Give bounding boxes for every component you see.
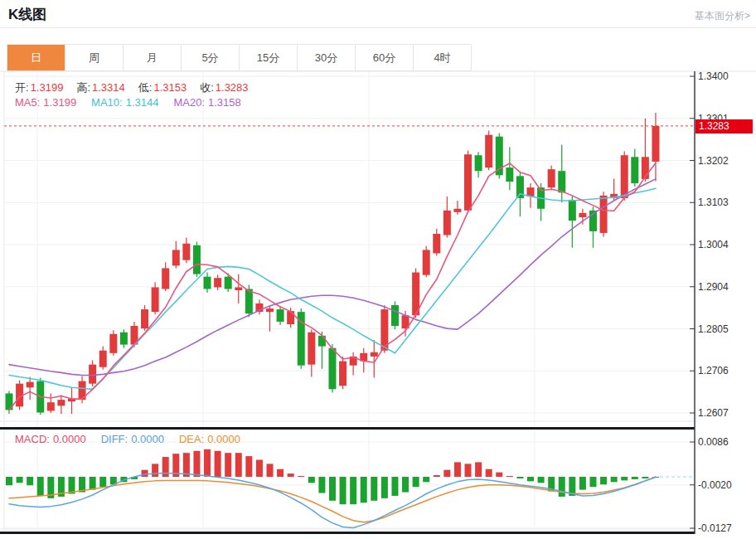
y-axis-label: 1.3202: [698, 155, 729, 167]
low-value: 1.3153: [153, 81, 187, 94]
y-axis-label: 1.3103: [698, 197, 729, 208]
kline-page: K线图 基本面分析> 日周月5分15分30分60分4时 开:1.3199高:1.…: [0, 0, 756, 539]
ma5-value: 1.3199: [43, 96, 76, 109]
close-label: 收:: [200, 81, 214, 94]
y-axis-label: 1.2805: [698, 323, 729, 335]
dea-label: DEA:: [179, 433, 204, 445]
y-axis-label: 1.3004: [698, 239, 729, 250]
diff-value: 0.0000: [131, 433, 164, 445]
open-value: 1.3199: [31, 81, 64, 94]
ma5-label: MA5:: [15, 96, 40, 109]
ma10-value: 1.3144: [126, 96, 159, 109]
ma20-value: 1.3158: [208, 96, 241, 109]
y-axis-label: 0.0086: [698, 436, 729, 448]
dea-value: 0.0000: [207, 433, 240, 445]
y-axis-label: -0.0127: [698, 522, 732, 534]
macd-label: MACD:: [15, 433, 50, 445]
ma20-label: MA20:: [173, 96, 205, 109]
high-value: 1.3314: [92, 81, 125, 94]
high-label: 高:: [76, 81, 90, 94]
last-price-badge: 1.3283: [695, 119, 753, 134]
y-axis-label: 1.2607: [698, 407, 729, 419]
y-axis-label: 1.2706: [698, 365, 729, 376]
ohlc-legend: 开:1.3199高:1.3314低:1.3153收:1.3283: [15, 80, 262, 95]
close-value: 1.3283: [216, 81, 249, 94]
y-axis-label: -0.0020: [698, 479, 732, 491]
y-axis-label: 1.2904: [698, 281, 729, 293]
open-label: 开:: [15, 81, 29, 94]
macd-legend: MACD:0.0000DIFF:0.0000DEA:0.0000: [15, 433, 244, 445]
ma-legend: MA5:1.3199MA10:1.3144MA20:1.3158: [15, 96, 245, 109]
diff-label: DIFF:: [101, 433, 128, 445]
low-label: 低:: [138, 81, 153, 94]
ma10-label: MA10:: [91, 96, 123, 109]
y-axis-label: 1.3400: [698, 70, 729, 82]
macd-value: 0.0000: [53, 433, 86, 445]
